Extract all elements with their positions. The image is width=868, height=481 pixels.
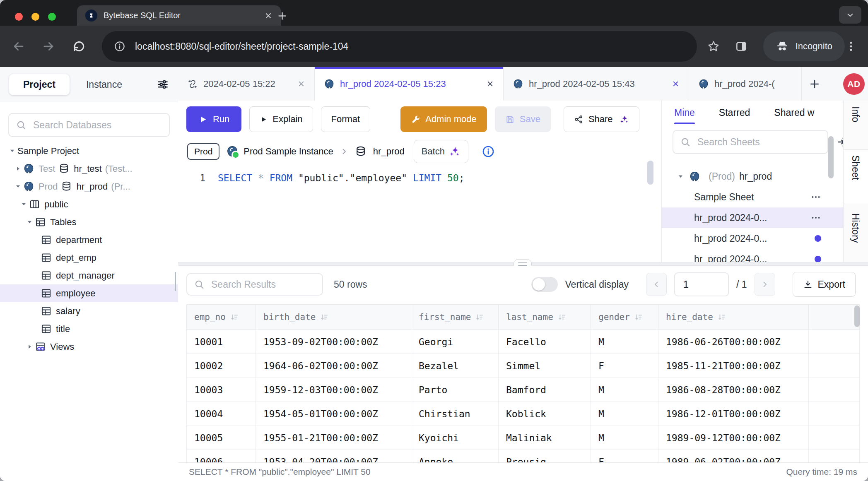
sheet-item-2[interactable]: hr_prod 2024-0... [662,207,844,228]
tree-item-dept-emp[interactable]: dept_emp [0,249,178,267]
sort-icon[interactable] [230,313,239,322]
cell-hire_date[interactable]: 1986-12-01T00:00:00Z [658,402,809,426]
tree-item-tables[interactable]: Tables [0,213,178,231]
close-sheet-icon[interactable] [672,80,680,88]
close-window-button[interactable] [15,13,23,21]
column-header-gender[interactable]: gender [591,304,658,330]
new-tab-button[interactable] [277,10,288,22]
column-header-last_name[interactable]: last_name [499,304,591,330]
sheet-tab-2[interactable]: hr_prod 2024-02-05 15:23 [315,67,504,101]
sort-icon[interactable] [634,313,643,322]
cell-birth_date[interactable]: 1953-04-20T00:00:00Z [256,450,411,462]
cell-first_name[interactable]: Parto [411,378,499,402]
caret-down-icon[interactable] [18,201,29,207]
caret-down-icon[interactable] [12,183,23,190]
cell-gender[interactable]: F [591,354,658,378]
cell-gender[interactable]: F [591,450,658,462]
cell-gender[interactable]: M [591,402,658,426]
sheet-item-1[interactable]: Sample Sheet [662,187,844,207]
connection-info-icon[interactable] [482,145,495,158]
import-sheet-icon[interactable] [837,136,844,148]
cell-birth_date[interactable]: 1964-06-02T00:00:00Z [256,354,411,378]
database-name[interactable]: hr_prod [373,146,405,157]
sheet-list-scrollbar[interactable] [828,136,834,178]
cell-birth_date[interactable]: 1959-12-03T00:00:00Z [256,378,411,402]
sheet-tab-3[interactable]: hr_prod 2024-02-05 15:43 [504,67,689,101]
bookmark-star-icon[interactable] [707,40,720,53]
zoom-window-button[interactable] [48,13,56,21]
sheet-search-input[interactable] [697,136,821,148]
instance-breadcrumb[interactable]: Prod Sample Instance [226,145,333,158]
close-sheet-icon[interactable] [486,80,494,88]
caret-down-icon[interactable] [676,173,685,180]
browser-tab[interactable]: Bytebase SQL Editor [77,5,281,26]
more-options-icon[interactable] [810,192,821,202]
side-tab-info[interactable]: Info [850,106,861,122]
tree-item-sample-project[interactable]: Sample Project [0,142,178,160]
prev-page-button[interactable] [646,273,667,296]
cell-hire_date[interactable]: 1989-06-02T00:00:00Z [658,450,809,462]
page-input[interactable] [674,272,729,296]
sql-code-editor[interactable]: 1 SELECT * FROM "public"."employee" LIMI… [178,171,661,185]
run-button[interactable]: Run [186,106,241,132]
cell-gender[interactable]: M [591,426,658,450]
cell-first_name[interactable]: Bezalel [411,354,499,378]
next-page-button[interactable] [755,273,775,296]
tree-item-dept-manager[interactable]: dept_manager [0,267,178,284]
database-search[interactable] [8,113,170,137]
tab-search-button[interactable] [839,6,861,24]
database-search-input[interactable] [32,119,162,131]
cell-hire_date[interactable]: 1986-06-26T00:00:00Z [658,330,809,354]
tab-project[interactable]: Project [9,74,70,95]
cell-last_name[interactable]: Maliniak [499,426,591,450]
reload-button[interactable] [72,39,86,53]
tab-starred[interactable]: Starred [719,107,750,124]
browser-menu-icon[interactable] [845,40,857,53]
cell-birth_date[interactable]: 1955-01-21T00:00:00Z [256,426,411,450]
sort-icon[interactable] [320,313,329,322]
share-button[interactable]: Share [564,106,639,132]
caret-right-icon[interactable] [24,344,35,350]
column-header-emp_no[interactable]: emp_no [186,304,256,330]
cell-hire_date[interactable]: 1986-08-28T00:00:00Z [658,378,809,402]
cell-emp_no[interactable]: 10002 [186,354,256,378]
sheet-item-3[interactable]: hr_prod 2024-0... [662,228,844,249]
cell-birth_date[interactable]: 1954-05-01T00:00:00Z [256,402,411,426]
tree-item-title[interactable]: title [0,320,178,338]
address-bar[interactable]: localhost:8080/sql-editor/sheet/project-… [102,31,697,62]
sort-icon[interactable] [475,313,484,322]
format-button[interactable]: Format [321,106,371,132]
more-options-icon[interactable] [810,212,821,223]
cell-last_name[interactable]: Preusig [499,450,591,462]
sheet-item-4[interactable]: hr_prod 2024-0... [662,249,844,262]
cell-first_name[interactable]: Kyoichi [411,426,499,450]
explain-button[interactable]: Explain [249,106,313,132]
minimize-window-button[interactable] [31,13,39,21]
sheet-tab-4[interactable]: hr_prod 2024-( [689,67,802,101]
results-search[interactable] [186,273,323,296]
back-button[interactable] [12,39,26,53]
caret-down-icon[interactable] [7,148,17,154]
cell-gender[interactable]: M [591,330,658,354]
results-scrollbar[interactable] [854,305,860,327]
tab-instance[interactable]: Instance [75,74,134,95]
cell-last_name[interactable]: Simmel [499,354,591,378]
cell-last_name[interactable]: Facello [499,330,591,354]
side-panel-icon[interactable] [735,40,747,53]
filter-settings-icon[interactable] [157,78,169,91]
cell-birth_date[interactable]: 1953-09-02T00:00:00Z [256,330,411,354]
side-tab-sheet[interactable]: Sheet [850,155,861,180]
sort-icon[interactable] [557,313,567,322]
editor-scrollbar[interactable] [647,161,653,185]
cell-last_name[interactable]: Koblick [499,402,591,426]
close-tab-icon[interactable] [264,12,272,20]
tree-item-hr-test[interactable]: Testhr_test(Test... [0,160,178,178]
admin-mode-button[interactable]: Admin mode [400,106,487,132]
tab-shared-w[interactable]: Shared w [774,107,814,124]
vertical-display-toggle[interactable] [531,277,558,292]
sort-icon[interactable] [717,313,726,322]
cell-emp_no[interactable]: 10005 [186,426,256,450]
cell-first_name[interactable]: Georgi [411,330,499,354]
site-info-icon[interactable] [113,40,126,53]
cell-first_name[interactable]: Chirstian [411,402,499,426]
